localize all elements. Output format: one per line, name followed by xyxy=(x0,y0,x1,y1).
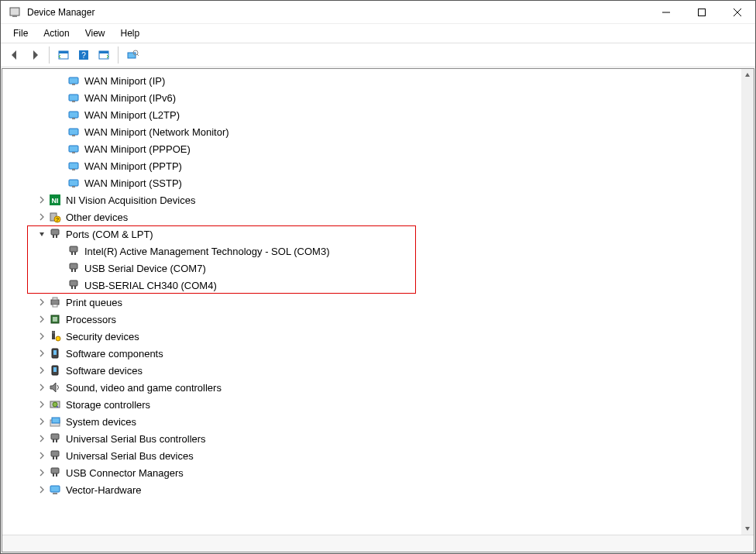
tree-row-other-devices[interactable]: ?Other devices xyxy=(2,208,741,225)
tree-item-label: System devices xyxy=(66,416,136,428)
svg-rect-21 xyxy=(69,129,78,135)
tree-row-sound-video-and-game-controllers[interactable]: Sound, video and game controllers xyxy=(2,379,741,396)
svg-rect-63 xyxy=(51,434,59,439)
svg-rect-17 xyxy=(69,95,78,101)
usb-icon xyxy=(49,432,61,445)
toolbar-forward-button[interactable] xyxy=(26,46,44,64)
tree-row-usb-serial-device-com7[interactable]: USB Serial Device (COM7) xyxy=(2,260,741,277)
tree-item-label: Other devices xyxy=(66,212,128,223)
tree-item-label: Processors xyxy=(66,314,116,325)
tree-row-software-components[interactable]: Software components xyxy=(2,345,741,362)
window: Device Manager File Action View Help ? W… xyxy=(0,0,756,554)
tree-item-label: USB-SERIAL CH340 (COM4) xyxy=(84,280,217,291)
minimize-button[interactable] xyxy=(648,1,684,24)
chevron-right-icon[interactable] xyxy=(36,450,47,461)
tree-row-wan-miniport-ipv6[interactable]: WAN Miniport (IPv6) xyxy=(2,89,741,106)
svg-rect-65 xyxy=(56,439,57,442)
tree-row-wan-miniport-sstp[interactable]: WAN Miniport (SSTP) xyxy=(2,174,741,191)
svg-rect-37 xyxy=(70,246,77,252)
port-icon xyxy=(67,262,80,274)
print-icon xyxy=(49,296,61,308)
toolbar-back-button[interactable] xyxy=(5,46,24,64)
svg-rect-73 xyxy=(53,493,57,494)
tree-row-processors[interactable]: Processors xyxy=(2,311,741,328)
svg-rect-50 xyxy=(53,317,57,322)
chevron-right-icon[interactable] xyxy=(36,399,47,410)
svg-rect-69 xyxy=(51,468,59,473)
chevron-right-icon[interactable] xyxy=(36,416,47,427)
svg-rect-3 xyxy=(699,9,706,15)
tree-row-usb-serial-ch340-com4[interactable]: USB-SERIAL CH340 (COM4) xyxy=(2,277,741,294)
menu-file[interactable]: File xyxy=(5,26,36,41)
svg-text:NI: NI xyxy=(52,197,59,205)
tree-row-software-devices[interactable]: Software devices xyxy=(2,362,741,379)
chevron-down-icon[interactable] xyxy=(36,229,47,239)
chevron-right-icon[interactable] xyxy=(36,297,47,308)
chevron-right-icon[interactable] xyxy=(36,365,47,376)
tree-row-wan-miniport-network-monitor[interactable]: WAN Miniport (Network Monitor) xyxy=(2,123,741,140)
usb-icon xyxy=(49,466,61,479)
net-icon xyxy=(67,108,80,121)
status-bar xyxy=(2,535,754,552)
scroll-down-button[interactable] xyxy=(741,522,754,535)
device-tree[interactable]: WAN Miniport (IP)WAN Miniport (IPv6)WAN … xyxy=(2,69,741,535)
tree-row-ni-vision-acquisition-devices[interactable]: NINI Vision Acquisition Devices xyxy=(2,191,741,208)
tree-row-print-queues[interactable]: Print queues xyxy=(2,294,741,311)
scroll-up-button[interactable] xyxy=(741,69,754,81)
chevron-right-icon[interactable] xyxy=(36,467,47,478)
menu-view[interactable]: View xyxy=(77,26,113,41)
vertical-scrollbar[interactable] xyxy=(741,69,754,535)
tree-item-label: NI Vision Acquisition Devices xyxy=(66,194,195,206)
tree-item-label: Storage controllers xyxy=(66,399,150,411)
svg-point-52 xyxy=(52,331,55,334)
soft-icon xyxy=(49,347,61,360)
chevron-right-icon[interactable] xyxy=(36,484,47,495)
toolbar-show-hidden-button[interactable] xyxy=(54,46,73,64)
chevron-right-icon[interactable] xyxy=(36,348,47,359)
svg-rect-38 xyxy=(71,252,73,255)
svg-rect-43 xyxy=(70,280,77,286)
tree-row-system-devices[interactable]: System devices xyxy=(2,413,741,430)
svg-rect-16 xyxy=(72,84,75,85)
tree-row-universal-serial-bus-controllers[interactable]: Universal Serial Bus controllers xyxy=(2,430,741,447)
highlighted-ports-group: Ports (COM & LPT)Intel(R) Active Managem… xyxy=(2,225,741,294)
tree-row-usb-connector-managers[interactable]: USB Connector Managers xyxy=(2,464,741,481)
maximize-button[interactable] xyxy=(684,1,720,24)
menu-action[interactable]: Action xyxy=(36,26,77,41)
svg-rect-48 xyxy=(53,305,57,307)
chevron-right-icon[interactable] xyxy=(36,314,47,325)
chevron-right-icon[interactable] xyxy=(36,382,47,393)
svg-point-53 xyxy=(56,336,60,341)
tree-row-intel-r-active-management-technology-sol-com3[interactable]: Intel(R) Active Management Technology - … xyxy=(2,243,741,260)
tree-row-wan-miniport-l2tp[interactable]: WAN Miniport (L2TP) xyxy=(2,106,741,123)
toolbar-scan-button[interactable] xyxy=(123,46,142,64)
chevron-right-icon[interactable] xyxy=(36,433,47,444)
toolbar-properties-button[interactable] xyxy=(94,46,113,64)
svg-rect-36 xyxy=(56,235,57,238)
tree-row-security-devices[interactable]: Security devices xyxy=(2,328,741,345)
tree-row-wan-miniport-pppoe[interactable]: WAN Miniport (PPPOE) xyxy=(2,140,741,157)
chevron-right-icon[interactable] xyxy=(36,331,47,342)
tree-row-ports-com-lpt[interactable]: Ports (COM & LPT) xyxy=(2,225,741,243)
chevron-right-icon[interactable] xyxy=(36,212,47,222)
tree-row-storage-controllers[interactable]: Storage controllers xyxy=(2,396,741,413)
svg-rect-71 xyxy=(56,473,57,477)
tree-row-wan-miniport-pptp[interactable]: WAN Miniport (PPTP) xyxy=(2,157,741,174)
close-button[interactable] xyxy=(720,1,755,24)
toolbar-help-button[interactable]: ? xyxy=(74,46,93,64)
tree-row-wan-miniport-ip[interactable]: WAN Miniport (IP) xyxy=(2,72,741,89)
svg-rect-57 xyxy=(53,367,57,372)
ni-icon: NI xyxy=(49,194,61,206)
expander-spacer xyxy=(55,143,66,154)
tree-item-label: Intel(R) Active Management Technology - … xyxy=(84,246,329,257)
tree-item-label: Software components xyxy=(66,348,163,360)
mon-icon xyxy=(49,483,61,496)
tree-row-universal-serial-bus-devices[interactable]: Universal Serial Bus devices xyxy=(2,447,741,464)
tree-row-vector-hardware[interactable]: Vector-Hardware xyxy=(2,481,741,498)
port-icon xyxy=(49,228,61,240)
tree-item-label: Software devices xyxy=(66,365,143,377)
tree-item-label: Security devices xyxy=(66,331,139,342)
menu-help[interactable]: Help xyxy=(113,26,148,41)
svg-rect-40 xyxy=(70,263,77,269)
chevron-right-icon[interactable] xyxy=(36,194,47,205)
